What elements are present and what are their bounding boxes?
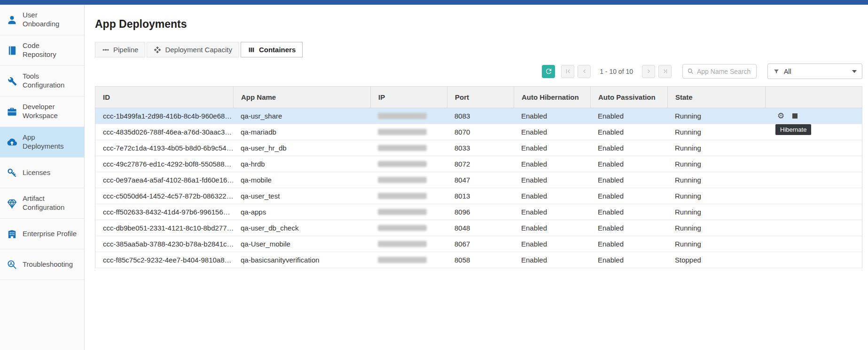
column-header-state: State xyxy=(667,87,765,108)
ip-redacted xyxy=(378,257,427,263)
tab-pipeline[interactable]: Pipeline xyxy=(95,42,145,57)
sidebar-item-developer-workspace[interactable]: Developer Workspace xyxy=(0,96,84,127)
containers-table: IDApp NameIPPortAuto HibernationAuto Pas… xyxy=(95,86,862,268)
cell-state: Running xyxy=(667,156,765,172)
sidebar-item-enterprise-profile[interactable]: Enterprise Profile xyxy=(0,219,84,249)
cell-port: 8047 xyxy=(447,172,514,188)
filter-icon xyxy=(773,68,780,75)
table-row[interactable]: ccc-4835d026-788f-46ea-a76d-30aac3… qa-m… xyxy=(95,124,862,140)
refresh-button[interactable] xyxy=(542,65,555,78)
cell-app-name: qa-mobile xyxy=(233,172,370,188)
hibernate-stop-icon[interactable] xyxy=(792,113,798,119)
table-row[interactable]: ccc-0e97aea4-a5af-4102-86a1-fd60e16… qa-… xyxy=(95,172,862,188)
cell-actions xyxy=(765,156,862,172)
cell-port: 8096 xyxy=(447,204,514,220)
search-icon xyxy=(687,68,694,75)
ip-redacted xyxy=(378,209,427,215)
cell-ip xyxy=(370,236,447,252)
cell-port: 8067 xyxy=(447,236,514,252)
table-row[interactable]: ccc-385aa5ab-3788-4230-b78a-b2841c… qa-U… xyxy=(95,236,862,252)
table-header: IDApp NameIPPortAuto HibernationAuto Pas… xyxy=(95,87,862,108)
cell-id: ccc-0e97aea4-a5af-4102-86a1-fd60e16… xyxy=(95,172,233,188)
toolbar: 1 - 10 of 10 All xyxy=(95,64,862,79)
table-body: ccc-1b499fa1-2d98-416b-8c4b-960e68… qa-u… xyxy=(95,108,862,268)
hibernate-tooltip: Hibernate xyxy=(775,124,811,135)
filter-dropdown[interactable]: All xyxy=(767,64,862,79)
app-name-search[interactable] xyxy=(682,64,757,79)
cell-ip xyxy=(370,220,447,236)
cell-id: ccc-49c27876-ed1c-4292-b0f8-550588… xyxy=(95,156,233,172)
sidebar-item-artifact-configuration[interactable]: Artifact Configuration xyxy=(0,188,84,219)
cell-auto-hibernation: Enabled xyxy=(514,156,590,172)
cell-actions xyxy=(765,188,862,204)
table-row[interactable]: ccc-7e72c1da-4193-4b05-b8d0-6b9c54… qa-u… xyxy=(95,140,862,156)
cell-actions xyxy=(765,140,862,156)
cell-ip xyxy=(370,188,447,204)
ip-redacted xyxy=(378,193,427,199)
troubleshoot-icon xyxy=(6,259,18,270)
tab-deployment-capacity[interactable]: Deployment Capacity xyxy=(147,42,239,57)
cell-auto-passivation: Enabled xyxy=(590,124,667,140)
last-page-button[interactable] xyxy=(658,65,672,78)
cell-port: 8013 xyxy=(447,188,514,204)
pipeline-icon xyxy=(102,46,109,54)
cell-ip xyxy=(370,108,447,124)
cell-id: ccc-c5050d64-1452-4c57-872b-086322… xyxy=(95,188,233,204)
cell-auto-passivation: Enabled xyxy=(590,188,667,204)
sidebar-item-user-onboarding[interactable]: User Onboarding xyxy=(0,5,84,35)
main-content: App Deployments Pipeline Deployment Capa… xyxy=(85,5,868,350)
sidebar-item-code-repository[interactable]: Code Repository xyxy=(0,35,84,66)
cell-state: Stopped xyxy=(667,252,765,268)
cell-auto-hibernation: Enabled xyxy=(514,236,590,252)
cell-app-name: qa-apps xyxy=(233,204,370,220)
table-row[interactable]: ccc-1b499fa1-2d98-416b-8c4b-960e68… qa-u… xyxy=(95,108,862,124)
cloud-upload-icon xyxy=(6,137,18,148)
tab-containers[interactable]: Containers xyxy=(241,42,303,57)
cell-port: 8083 xyxy=(447,108,514,124)
app-window: User Onboarding Code Repository Tools Co… xyxy=(0,0,868,350)
cell-auto-passivation: Enabled xyxy=(590,236,667,252)
sidebar: User Onboarding Code Repository Tools Co… xyxy=(0,5,85,350)
cell-app-name: qa-usr_share xyxy=(233,108,370,124)
sidebar-item-troubleshooting[interactable]: Troubleshooting xyxy=(0,249,84,280)
cell-auto-passivation: Enabled xyxy=(590,204,667,220)
search-input[interactable] xyxy=(697,68,752,75)
column-header-port: Port xyxy=(447,87,514,108)
sidebar-item-licenses[interactable]: Licenses xyxy=(0,158,84,188)
ip-redacted xyxy=(378,113,427,119)
cell-id: ccc-7e72c1da-4193-4b05-b8d0-6b9c54… xyxy=(95,140,233,156)
cell-actions xyxy=(765,172,862,188)
cell-id: ccc-db9be051-2331-4121-8c10-8bd277… xyxy=(95,220,233,236)
cell-state: Running xyxy=(667,140,765,156)
table-row[interactable]: ccc-49c27876-ed1c-4292-b0f8-550588… qa-h… xyxy=(95,156,862,172)
first-page-button[interactable] xyxy=(561,65,574,78)
cell-actions xyxy=(765,220,862,236)
cell-state: Running xyxy=(667,188,765,204)
table-row[interactable]: ccc-c5050d64-1452-4c57-872b-086322… qa-u… xyxy=(95,188,862,204)
table-row[interactable]: ccc-ff502633-8432-41d4-97b6-996156… qa-a… xyxy=(95,204,862,220)
previous-page-button[interactable] xyxy=(578,65,591,78)
cell-app-name: qa-User_mobile xyxy=(233,236,370,252)
sidebar-item-app-deployments[interactable]: App Deployments xyxy=(0,127,84,158)
cell-actions xyxy=(765,236,862,252)
cell-app-name: qa-user_hr_db xyxy=(233,140,370,156)
containers-icon xyxy=(248,46,255,54)
last-page-icon xyxy=(662,68,669,75)
cell-port: 8048 xyxy=(447,220,514,236)
page-title: App Deployments xyxy=(95,18,862,31)
column-header-id: ID xyxy=(95,87,233,108)
cell-ip xyxy=(370,140,447,156)
table-row[interactable]: ccc-db9be051-2331-4121-8c10-8bd277… qa-u… xyxy=(95,220,862,236)
next-page-button[interactable] xyxy=(642,65,655,78)
cell-auto-hibernation: Enabled xyxy=(514,188,590,204)
cell-auto-passivation: Enabled xyxy=(590,220,667,236)
cell-actions xyxy=(765,204,862,220)
cell-app-name: qa-user_test xyxy=(233,188,370,204)
cell-ip xyxy=(370,172,447,188)
cell-ip xyxy=(370,156,447,172)
cell-ip xyxy=(370,124,447,140)
table-row[interactable]: ccc-f85c75c2-9232-4ee7-b404-9810a8… qa-b… xyxy=(95,252,862,268)
sidebar-item-tools-configuration[interactable]: Tools Configuration xyxy=(0,66,84,96)
column-header-ip: IP xyxy=(370,87,447,108)
settings-gear-icon[interactable]: ⚙ xyxy=(777,112,784,120)
